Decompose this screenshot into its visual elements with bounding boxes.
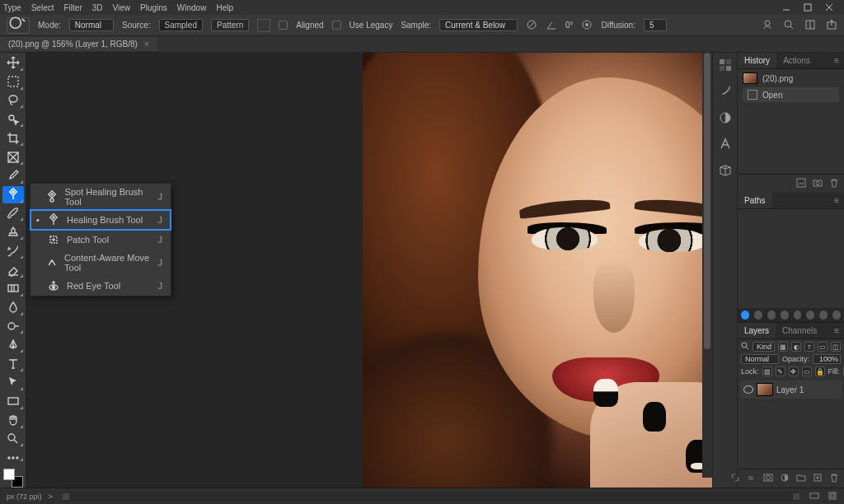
path-select-tool[interactable] [2,374,24,391]
filter-icon[interactable] [741,342,749,352]
eraser-tool[interactable] [2,261,24,278]
trash-icon[interactable] [829,178,839,189]
menu-view[interactable]: View [113,3,131,12]
move-tool[interactable] [2,54,24,72]
blend-mode-select[interactable]: Normal [741,354,779,364]
quick-select-tool[interactable] [2,110,24,128]
flyout-patch[interactable]: Patch Tool J [30,230,171,250]
kind-select[interactable]: Kind [753,342,775,352]
dodge-tool[interactable] [2,318,24,335]
history-snapshot[interactable]: (20).png [739,71,842,86]
paths-tab[interactable]: Paths [738,193,772,208]
pressure-size-icon[interactable] [581,19,593,32]
qi-7[interactable] [819,310,828,320]
zoom-tool[interactable] [2,431,24,448]
filter-shape-icon[interactable]: ▭ [818,342,828,352]
qi-5[interactable] [794,310,802,320]
minimize-button[interactable] [781,2,791,12]
angle-icon[interactable] [546,19,557,32]
status-arrow-icon[interactable]: > [49,492,53,501]
filter-adjust-icon[interactable]: ◐ [791,342,801,352]
menu-type[interactable]: Type [3,3,21,12]
brush-tool[interactable] [2,205,24,222]
opacity-value[interactable]: 100% [813,354,841,364]
history-panel-menu-icon[interactable]: ≡ [829,53,844,68]
lasso-tool[interactable] [2,92,24,110]
rectangle-tool[interactable] [2,393,24,410]
qi-2[interactable] [754,310,762,320]
swatches-panel-icon[interactable] [718,84,733,100]
filter-smart-icon[interactable]: ◫ [831,342,841,352]
adjustment-layer-icon[interactable] [780,473,790,484]
lock-artboard-icon[interactable]: ▭ [802,366,812,376]
layer-mask-icon[interactable] [763,473,773,484]
mode-select[interactable]: Normal [69,19,114,31]
menu-3d[interactable]: 3D [92,3,103,12]
close-tab-icon[interactable]: × [144,40,149,49]
type-tool[interactable] [2,355,24,372]
history-brush-tool[interactable] [2,242,24,259]
flyout-spot-healing[interactable]: Spot Healing Brush Tool J [30,184,171,210]
layer-thumbnail[interactable] [757,383,773,396]
visibility-toggle-icon[interactable] [743,385,753,394]
timeline-icon[interactable] [809,491,819,502]
filter-type-icon[interactable]: T [804,342,814,352]
horizontal-scrollbar[interactable] [63,492,799,502]
qi-8[interactable] [832,310,841,320]
close-button[interactable] [824,2,834,12]
crop-tool[interactable] [2,129,24,147]
status-info[interactable]: px (72 ppi) [7,492,42,501]
menu-select[interactable]: Select [31,3,54,12]
new-layer-icon[interactable] [813,473,823,484]
maximize-button[interactable] [803,2,813,12]
clone-stamp-tool[interactable] [2,223,24,240]
zoom-level-icon[interactable] [828,491,837,502]
camera-icon[interactable] [813,178,823,189]
source-sampled-button[interactable]: Sampled [159,19,203,31]
history-tab[interactable]: History [738,53,776,68]
edit-toolbar-icon[interactable] [2,454,24,462]
layer-row[interactable]: Layer 1 [740,380,842,399]
lock-position-icon[interactable]: ✥ [789,366,799,376]
layers-panel-menu-icon[interactable]: ≡ [829,323,844,338]
foreground-color[interactable] [3,469,15,480]
marquee-tool[interactable] [2,73,24,91]
angle-value[interactable]: 0° [565,21,574,30]
layer-name[interactable]: Layer 1 [776,385,804,394]
filter-pixel-icon[interactable]: ▦ [778,342,788,352]
brush-preset-picker[interactable] [7,17,30,34]
libraries-panel-icon[interactable] [718,163,733,180]
color-panel-icon[interactable] [718,58,733,74]
use-legacy-checkbox[interactable] [332,21,341,30]
sample-select[interactable]: Current & Below [439,19,518,31]
delete-layer-icon[interactable] [829,473,839,484]
menu-help[interactable]: Help [216,3,233,12]
color-swatches[interactable] [3,469,23,488]
workspace-icon[interactable] [804,19,816,32]
group-icon[interactable] [796,473,806,484]
healing-brush-tool[interactable] [2,186,24,203]
qi-6[interactable] [806,310,814,320]
history-step-open[interactable]: Open [743,87,839,102]
layer-style-icon[interactable]: fx [747,473,757,484]
document-tab[interactable]: (20).png @ 156% (Layer 1, RGB/8) × [0,37,157,51]
search-icon[interactable] [783,19,795,32]
frame-tool[interactable] [2,148,24,166]
link-layers-icon[interactable] [730,473,740,484]
qi-4[interactable] [781,310,789,320]
eyedropper-tool[interactable] [2,167,24,184]
gradient-tool[interactable] [2,280,24,297]
adjustments-panel-icon[interactable] [718,110,733,127]
menu-filter[interactable]: Filter [63,3,82,12]
flyout-healing-brush[interactable]: • Healing Brush Tool J [30,210,171,230]
ignore-adjustment-icon[interactable] [526,19,537,32]
lock-all-icon[interactable]: 🔒 [815,366,825,376]
pen-tool[interactable] [2,336,24,353]
qi-1[interactable] [741,310,749,320]
create-document-icon[interactable] [796,178,806,189]
flyout-content-aware-move[interactable]: Content-Aware Move Tool J [30,250,171,276]
layers-tab[interactable]: Layers [738,323,776,338]
lock-transparent-icon[interactable]: ▨ [762,366,772,376]
pattern-swatch[interactable] [257,19,270,32]
flyout-red-eye[interactable]: Red Eye Tool J [30,276,171,296]
